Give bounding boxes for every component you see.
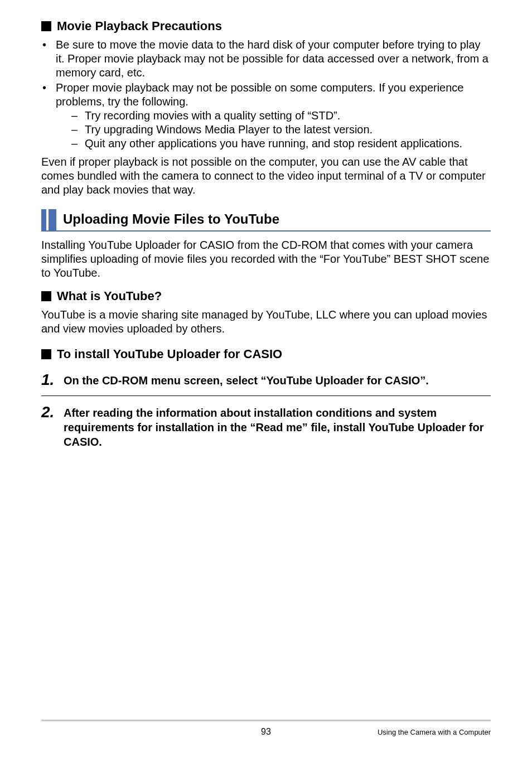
footer-row: 93 Using the Camera with a Computer [41, 727, 491, 737]
page-footer: 93 Using the Camera with a Computer [0, 720, 532, 737]
paragraph-what-is: YouTube is a movie sharing site managed … [41, 308, 491, 336]
dash-text: Try recording movies with a quality sett… [85, 109, 340, 123]
dash-item: – Quit any other applications you have r… [71, 137, 491, 151]
page-number: 93 [191, 727, 341, 737]
bullet-dot-icon: • [41, 81, 56, 151]
footer-divider [41, 720, 491, 721]
bullet-dot-icon: • [41, 38, 56, 80]
dash-item: – Try recording movies with a quality se… [71, 109, 491, 123]
heading-bar-icon [41, 209, 46, 230]
square-bullet-icon [41, 349, 51, 359]
dash-icon: – [71, 137, 85, 151]
heading-text: Movie Playback Precautions [57, 19, 222, 33]
dash-icon: – [71, 123, 85, 137]
heading-text: To install YouTube Uploader for CASIO [57, 347, 282, 361]
paragraph-av-cable: Even if proper playback is not possible … [41, 155, 491, 197]
bullet-item: • Be sure to move the movie data to the … [41, 38, 491, 80]
bullet-text: Be sure to move the movie data to the ha… [56, 38, 491, 80]
step-divider [41, 396, 491, 396]
dash-icon: – [71, 109, 85, 123]
step-2: 2. After reading the information about i… [41, 398, 491, 455]
step-text: On the CD-ROM menu screen, select “YouTu… [64, 372, 429, 388]
section-heading-uploading: Uploading Movie Files to YouTube [41, 209, 491, 232]
square-bullet-icon [41, 21, 51, 31]
bullet-text: Proper movie playback may not be possibl… [56, 81, 491, 151]
dash-text: Try upgrading Windows Media Player to th… [85, 123, 373, 137]
heading-install-uploader: To install YouTube Uploader for CASIO [41, 347, 491, 361]
dash-text: Quit any other applications you have run… [85, 137, 462, 151]
bullet-list: • Be sure to move the movie data to the … [41, 38, 491, 151]
heading-movie-precautions: Movie Playback Precautions [41, 19, 491, 33]
footer-section: Using the Camera with a Computer [341, 728, 491, 736]
bullet-item: • Proper movie playback may not be possi… [41, 81, 491, 151]
heading-text: What is YouTube? [57, 289, 162, 303]
step-number: 2. [41, 404, 64, 420]
dash-list: – Try recording movies with a quality se… [56, 109, 491, 151]
square-bullet-icon [41, 291, 51, 301]
step-1: 1. On the CD-ROM menu screen, select “Yo… [41, 366, 491, 393]
step-text: After reading the information about inst… [64, 404, 491, 449]
heading-what-is-youtube: What is YouTube? [41, 289, 491, 303]
step-number: 1. [41, 372, 64, 388]
paragraph-upload-intro: Installing YouTube Uploader for CASIO fr… [41, 238, 491, 280]
heading-bar-icon [49, 209, 56, 230]
section-title: Uploading Movie Files to YouTube [56, 209, 279, 230]
bullet-text-inner: Proper movie playback may not be possibl… [56, 81, 463, 108]
dash-item: – Try upgrading Windows Media Player to … [71, 123, 491, 137]
page-content: Movie Playback Precautions • Be sure to … [0, 0, 532, 455]
